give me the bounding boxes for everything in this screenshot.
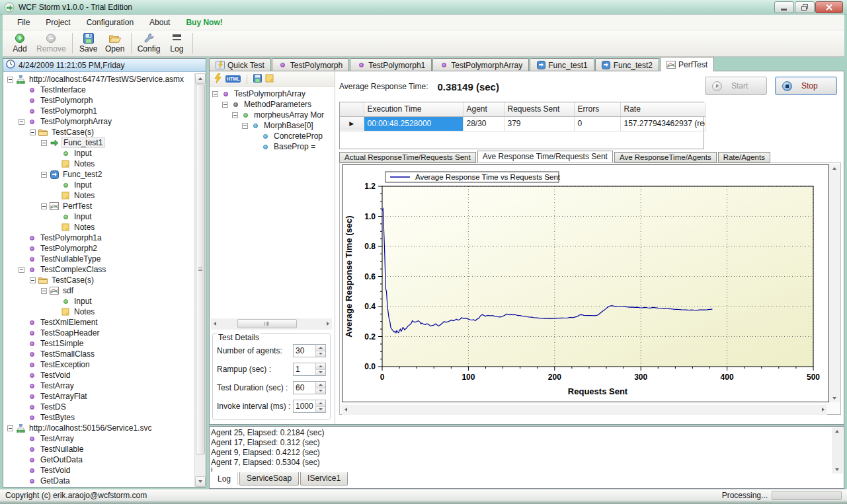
expander-minus-icon[interactable] bbox=[232, 112, 238, 118]
tree-item-testvoid[interactable]: TestVoid bbox=[3, 465, 194, 476]
menu-item-file[interactable]: File bbox=[9, 16, 38, 29]
menu-item-buy-now[interactable]: Buy Now! bbox=[178, 16, 230, 29]
tree-item-getdata[interactable]: GetData bbox=[3, 476, 194, 486]
config-button[interactable]: Config bbox=[134, 30, 164, 56]
tree-item-test1simple[interactable]: Test1Simple bbox=[3, 338, 194, 349]
tab-testpolymorph[interactable]: TestPolymorph bbox=[272, 58, 349, 71]
chart-tab-ave-response-time-requests-sent[interactable]: Ave Response Time/Requests Sent bbox=[477, 151, 613, 162]
invoke-lightning-icon[interactable] bbox=[214, 73, 222, 85]
close-button[interactable] bbox=[815, 1, 843, 13]
expander-minus-icon[interactable] bbox=[41, 288, 47, 294]
tree-item-testbytes[interactable]: TestBytes bbox=[3, 412, 194, 423]
chart-tab-actual-responsetime-requests-sent[interactable]: Actual ResponseTime/Requests Sent bbox=[339, 152, 476, 162]
html-view-icon[interactable]: HTML bbox=[225, 75, 241, 83]
test-duration-sec-spinner[interactable]: 60 bbox=[293, 381, 326, 394]
expander-minus-icon[interactable] bbox=[7, 77, 13, 83]
expander-minus-icon[interactable] bbox=[212, 91, 218, 97]
tree-item-notes[interactable]: Notes bbox=[3, 190, 194, 201]
tree-item-testexception[interactable]: TestException bbox=[3, 359, 194, 370]
tree-item-testpolymorph1a[interactable]: TestPolymorph1a bbox=[3, 233, 194, 243]
tree-item-testsmallclass[interactable]: TestSmallClass bbox=[3, 349, 194, 359]
rampup-sec-spinner[interactable]: 1 bbox=[293, 363, 326, 376]
minimize-button[interactable] bbox=[774, 1, 794, 13]
tab-func-test1[interactable]: Func_test1 bbox=[530, 58, 594, 71]
number-of-agents-spinner[interactable]: 30 bbox=[293, 344, 326, 357]
save-button[interactable]: Save bbox=[75, 30, 102, 56]
spinner-down-icon[interactable] bbox=[316, 407, 325, 413]
spinner-down-icon[interactable] bbox=[316, 370, 325, 376]
tree-item-testarrayflat[interactable]: TestArrayFlat bbox=[3, 391, 194, 402]
spinner-up-icon[interactable] bbox=[316, 400, 325, 407]
expander-minus-icon[interactable] bbox=[242, 123, 248, 129]
tab-perftest[interactable]: PerfTest bbox=[660, 57, 714, 71]
chart-hscrollbar[interactable] bbox=[342, 405, 827, 415]
tree-item-perftest[interactable]: PerfTest bbox=[3, 201, 194, 211]
tree-item-morphbase-0[interactable]: MorphBase[0] bbox=[211, 120, 335, 131]
open-button[interactable]: Open bbox=[102, 30, 128, 56]
spinner-up-icon[interactable] bbox=[316, 345, 325, 351]
tree-item-morpheusarray-mor[interactable]: morpheusArray Mor bbox=[211, 110, 335, 120]
tree-item-baseprop[interactable]: BaseProp = bbox=[211, 141, 335, 152]
tree-item-testinterface[interactable]: TestInterface bbox=[3, 85, 194, 95]
tree-item-input[interactable]: Input bbox=[3, 296, 194, 306]
col-requests-sent[interactable]: Requests Sent bbox=[504, 102, 574, 116]
cell-execution-time[interactable]: 00:00:48.2528000 bbox=[364, 116, 463, 131]
log-tab-log[interactable]: Log bbox=[211, 472, 238, 486]
spinner-down-icon[interactable] bbox=[316, 388, 325, 394]
spinner-down-icon[interactable] bbox=[316, 351, 325, 357]
log-button[interactable]: Log bbox=[163, 30, 190, 56]
tree-item-func-test1[interactable]: Func_test1 bbox=[3, 137, 194, 148]
expander-minus-icon[interactable] bbox=[19, 267, 24, 273]
scroll-down-icon[interactable] bbox=[195, 476, 206, 487]
cell-errors[interactable]: 0 bbox=[574, 116, 620, 131]
cell-agent[interactable]: 28/30 bbox=[463, 116, 504, 131]
log-vscrollbar[interactable] bbox=[832, 427, 843, 474]
chart-vscrollbar[interactable] bbox=[829, 164, 840, 402]
tree-item-func-test2[interactable]: Func_test2 bbox=[3, 169, 194, 180]
tree-item-testxmlelement[interactable]: TestXmlElement bbox=[3, 317, 194, 328]
col-agent[interactable]: Agent bbox=[463, 102, 504, 116]
tree-item-getoutdata[interactable]: GetOutData bbox=[3, 454, 194, 465]
tree-item-testvoid[interactable]: TestVoid bbox=[3, 370, 194, 380]
restore-button[interactable] bbox=[795, 1, 815, 13]
tree-item-testcase-s[interactable]: TestCase(s) bbox=[3, 127, 194, 137]
tree-item-testds[interactable]: TestDS bbox=[3, 402, 194, 412]
chart-tab-rate-agents[interactable]: Rate/Agents bbox=[718, 152, 770, 162]
spinner-up-icon[interactable] bbox=[316, 363, 325, 370]
tree-item-testarray[interactable]: TestArray bbox=[3, 380, 194, 391]
scroll-up-icon[interactable] bbox=[195, 73, 206, 84]
tree-item-http-localhost-64747-testws-service-asmx[interactable]: http://localhost:64747/TestWS/Service.as… bbox=[3, 74, 194, 85]
chart-tab-ave-responsetime-agents[interactable]: Ave ResponseTime/Agents bbox=[614, 152, 717, 162]
tree-item-testnullable[interactable]: TestNullable bbox=[3, 444, 194, 454]
add-button[interactable]: +Add bbox=[7, 30, 33, 56]
tree-item-testpolymorph2[interactable]: TestPolymorph2 bbox=[3, 243, 194, 254]
tree-item-testnullabletype[interactable]: TestNullableType bbox=[3, 254, 194, 264]
start-button[interactable]: Start bbox=[705, 77, 767, 95]
expander-minus-icon[interactable] bbox=[7, 425, 13, 431]
expander-minus-icon[interactable] bbox=[41, 203, 47, 209]
tab-quick-test[interactable]: Quick Test bbox=[209, 58, 271, 71]
stop-button[interactable]: Stop bbox=[775, 77, 837, 95]
menu-item-about[interactable]: About bbox=[141, 16, 178, 29]
hscroll-thumb[interactable] bbox=[237, 319, 297, 328]
tree-item-input[interactable]: Input bbox=[3, 148, 194, 159]
cell-requests-sent[interactable]: 379 bbox=[504, 116, 574, 131]
invoke-interval-ms-spinner[interactable]: 1000 bbox=[293, 400, 326, 413]
tree-item-testpolymorpharray[interactable]: TestPolymorphArray bbox=[211, 89, 335, 99]
tab-testpolymorpharray[interactable]: TestPolymorphArray bbox=[432, 58, 529, 71]
save-small-icon[interactable] bbox=[253, 74, 262, 85]
expander-minus-icon[interactable] bbox=[19, 119, 24, 125]
expander-minus-icon[interactable] bbox=[41, 140, 47, 146]
tree-item-testpolymorpharray[interactable]: TestPolymorphArray bbox=[3, 116, 194, 127]
tree-item-sdf[interactable]: sdf bbox=[3, 285, 194, 296]
tree-item-notes[interactable]: Notes bbox=[3, 222, 194, 233]
tree-item-http-localhost-50156-service1-svc[interactable]: http://localhost:50156/Service1.svc bbox=[3, 423, 194, 433]
remove-button[interactable]: −Remove bbox=[33, 30, 69, 56]
tree-item-testsoapheader[interactable]: TestSoapHeader bbox=[3, 328, 194, 338]
tree-item-testcomplexclass[interactable]: TestComplexClass bbox=[3, 264, 194, 275]
tab-testpolymorph1[interactable]: TestPolymorph1 bbox=[350, 58, 432, 71]
tree-item-testpolymorph1[interactable]: TestPolymorph1 bbox=[3, 106, 194, 116]
tree-item-methodparameters[interactable]: MethodParameters bbox=[211, 99, 335, 110]
menu-item-project[interactable]: Project bbox=[38, 16, 78, 29]
tab-func-test2[interactable]: Func_test2 bbox=[595, 58, 659, 71]
